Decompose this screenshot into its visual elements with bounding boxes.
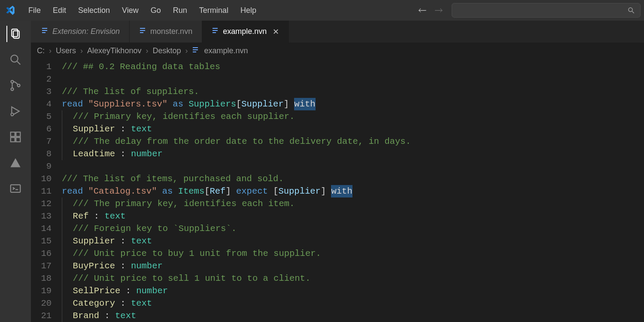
editor-area: Extension: Envisionmonster.nvnexample.nv… — [31, 21, 644, 322]
code-line[interactable]: /// The list of items, purchased and sol… — [62, 173, 644, 185]
token-comment: /// ## 0.2 Reading data tables — [62, 61, 220, 73]
run-debug-icon[interactable] — [7, 103, 24, 119]
token-punct: [ — [236, 98, 241, 110]
command-center-search[interactable] — [452, 3, 641, 18]
tabs-bar: Extension: Envisionmonster.nvnexample.nv… — [31, 21, 644, 43]
line-number: 21 — [31, 310, 52, 322]
code-line[interactable] — [62, 160, 644, 173]
token-punct: : — [115, 123, 131, 135]
token-punct: [ — [273, 185, 278, 197]
token-punct: ] — [284, 98, 295, 110]
code-line[interactable]: Supplier : text — [62, 235, 644, 247]
extensions-icon[interactable] — [7, 129, 24, 145]
menu-item-file[interactable]: File — [22, 3, 47, 18]
tab-example-nvn[interactable]: example.nvn✕ — [202, 21, 289, 43]
code-editor[interactable]: 123456789101112131415161718192021 /// ##… — [31, 59, 644, 322]
breadcrumb[interactable]: C:›Users›AlexeyTikhonov›Desktop›example.… — [31, 43, 644, 59]
tab-extension-envision[interactable]: Extension: Envision — [31, 21, 130, 43]
token-type: number — [136, 285, 168, 297]
indent-guide — [62, 222, 62, 235]
menu-item-run[interactable]: Run — [167, 3, 193, 18]
tab-monster-nvn[interactable]: monster.nvn — [130, 21, 202, 43]
code-line[interactable]: /// ## 0.2 Reading data tables — [62, 61, 644, 73]
indent-guide — [62, 247, 62, 260]
source-control-icon[interactable] — [7, 77, 24, 94]
code-line[interactable]: SellPrice : number — [62, 285, 644, 297]
token-field: Ref — [73, 210, 89, 222]
line-number: 9 — [31, 160, 52, 173]
code-line[interactable]: /// Foreign key to `Suppliers`. — [62, 222, 644, 235]
code-line[interactable]: /// The list of suppliers. — [62, 85, 644, 98]
chevron-right-icon: › — [49, 46, 52, 55]
menu-item-edit[interactable]: Edit — [47, 3, 72, 18]
code-line[interactable]: /// The primary key, identifies each ite… — [62, 197, 644, 210]
code-line[interactable]: Ref : text — [62, 210, 644, 222]
svg-point-6 — [11, 80, 14, 83]
tab-label: Extension: Envision — [52, 27, 120, 36]
code-line[interactable] — [62, 73, 644, 85]
svg-rect-10 — [11, 132, 15, 137]
token-keyword: read — [62, 98, 88, 110]
triangle-icon[interactable] — [7, 155, 24, 171]
indent-guide — [62, 123, 62, 135]
token-keyword: as — [157, 185, 178, 197]
token-string: "Catalog.tsv" — [88, 185, 157, 197]
line-number: 8 — [31, 148, 52, 160]
token-punct: : — [115, 235, 131, 247]
token-punct: : — [115, 260, 131, 272]
nav-back-icon[interactable]: 🡐 — [418, 6, 427, 15]
menu-item-selection[interactable]: Selection — [72, 3, 116, 18]
breadcrumb-segment[interactable]: AlexeyTikhonov — [87, 46, 141, 55]
activity-bar — [0, 21, 31, 322]
line-number: 13 — [31, 210, 52, 222]
code-line[interactable]: /// The delay from the order date to the… — [62, 135, 644, 148]
code-line[interactable]: Supplier : text — [62, 123, 644, 135]
breadcrumb-file[interactable]: example.nvn — [204, 46, 248, 55]
code-content[interactable]: /// ## 0.2 Reading data tables/// The li… — [62, 61, 644, 322]
code-line[interactable]: Brand : text — [62, 310, 644, 322]
chevron-right-icon: › — [146, 46, 148, 55]
token-type: text — [115, 310, 136, 322]
token-comment: /// The delay from the order date to the… — [73, 135, 411, 148]
token-punct: : — [115, 148, 131, 160]
close-icon[interactable]: ✕ — [273, 27, 279, 36]
indent-guide — [62, 285, 62, 297]
menu-item-terminal[interactable]: Terminal — [193, 3, 234, 18]
token-comment: /// The list of suppliers. — [62, 85, 199, 98]
code-line[interactable]: BuyPrice : number — [62, 260, 644, 272]
token-type: Items — [178, 185, 205, 197]
breadcrumb-segment[interactable]: Desktop — [152, 46, 181, 55]
menu-item-help[interactable]: Help — [234, 3, 262, 18]
indent-guide — [62, 197, 62, 210]
terminal-icon[interactable] — [7, 180, 24, 197]
code-line[interactable]: /// Unit price to sell 1 unit to to a cl… — [62, 272, 644, 285]
token-keyword: with — [294, 98, 315, 110]
code-line[interactable]: /// Unit price to buy 1 unit from the su… — [62, 247, 644, 260]
nav-arrows: 🡐 🡒 — [418, 6, 443, 15]
nav-forward-icon[interactable]: 🡒 — [434, 6, 443, 15]
explorer-icon[interactable] — [6, 26, 24, 42]
svg-point-0 — [629, 8, 632, 12]
line-number: 3 — [31, 85, 52, 98]
line-number: 16 — [31, 247, 52, 260]
code-line[interactable]: Category : text — [62, 297, 644, 310]
token-type: Suppliers — [188, 98, 236, 110]
token-field: BuyPrice — [73, 260, 115, 272]
menu-item-go[interactable]: Go — [145, 3, 167, 18]
code-line[interactable]: /// Primary key, identifies each supplie… — [62, 110, 644, 123]
line-number: 15 — [31, 235, 52, 247]
breadcrumb-segment[interactable]: C: — [37, 46, 45, 55]
token-field: Brand — [73, 310, 100, 322]
indent-guide — [62, 148, 62, 160]
indent-guide — [62, 135, 62, 148]
app-logo — [3, 5, 17, 16]
code-line[interactable]: read "Suppliers.tsv" as Suppliers[Suppli… — [62, 98, 644, 110]
code-line[interactable]: read "Catalog.tsv" as Items[Ref] expect … — [62, 185, 644, 197]
token-ref: Supplier — [278, 185, 320, 197]
menu-item-view[interactable]: View — [116, 3, 145, 18]
search-icon[interactable] — [7, 52, 24, 68]
breadcrumb-segment[interactable]: Users — [56, 46, 76, 55]
code-line[interactable]: Leadtime : number — [62, 148, 644, 160]
token-ref: Supplier — [241, 98, 283, 110]
svg-rect-11 — [11, 137, 15, 142]
